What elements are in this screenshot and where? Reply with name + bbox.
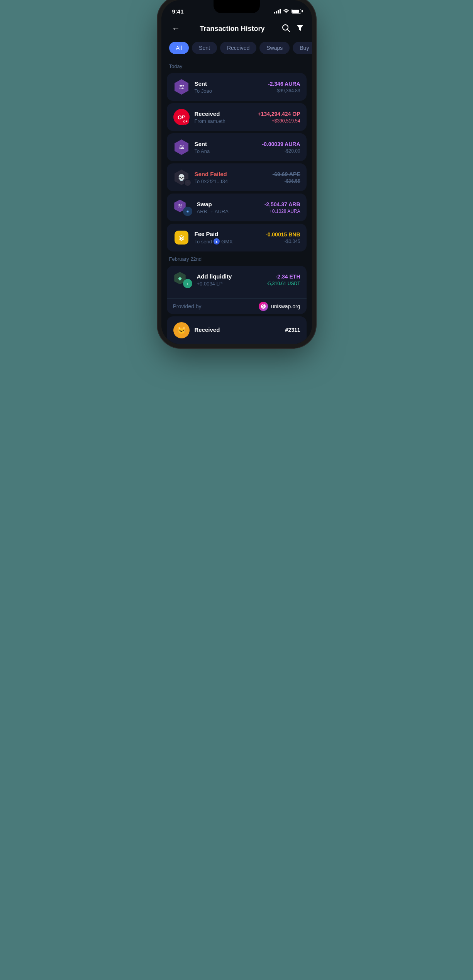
table-row[interactable]: 🐱 Received #2311 (167, 316, 307, 344)
tx-title: Send Failed (195, 171, 268, 177)
tx-primary-amount: -0.00039 AURA (262, 141, 300, 147)
notch (214, 0, 260, 13)
table-row[interactable]: 💀 Ξ Send Failed To 0×2f21...f34 -69.69 A… (167, 163, 307, 191)
tx-icon-ape: 💀 Ξ (173, 169, 190, 186)
fee-subtitle-text: To send (195, 239, 212, 245)
app-content: ← Transaction History All (161, 17, 312, 344)
page-title: Transaction History (200, 25, 264, 33)
tx-icon-nft: 🐱 (173, 322, 190, 339)
battery-icon (292, 9, 301, 14)
table-row[interactable]: ≋ Sent To Joao -2.346 AURA -$99,364.83 (167, 73, 307, 101)
provided-by-section: Provided by uniswap.org (167, 298, 307, 314)
filter-tabs: All Sent Received Swaps Buy Se (161, 42, 312, 62)
tx-subtitle: To Ana (195, 148, 258, 154)
tx-amounts: -0.00015 BNB -$0.045 (266, 231, 300, 244)
time-display: 9:41 (172, 8, 184, 15)
provided-by-source: uniswap.org (259, 302, 300, 311)
tx-info: Sent To Joao (195, 80, 263, 94)
svg-text:OP: OP (183, 120, 188, 123)
svg-text:≋: ≋ (177, 203, 182, 209)
tx-title: Received (195, 326, 281, 333)
gmx-inline-icon: ▲ (214, 238, 220, 245)
tx-amounts: -0.00039 AURA -$20.00 (262, 141, 300, 154)
tab-sent[interactable]: Sent (192, 42, 217, 54)
tx-amounts: -2,504.37 ARB +0.1028 AURA (264, 201, 300, 214)
tx-title: Sent (195, 80, 263, 87)
svg-text:T: T (186, 282, 188, 285)
uniswap-logo-icon (259, 302, 268, 311)
filter-icon[interactable] (296, 24, 304, 34)
svg-line-1 (288, 30, 290, 32)
header: ← Transaction History (161, 17, 312, 42)
tx-info: Fee Paid To send ▲ GMX (195, 231, 261, 245)
tx-icon-aura2: ≋ (173, 139, 190, 156)
tx-subtitle: To 0×2f21...f34 (195, 178, 268, 184)
table-row[interactable]: ≋ Sent To Ana -0.00039 AURA -$20.00 (167, 133, 307, 161)
tx-info: Sent To Ana (195, 141, 258, 154)
tx-subtitle: To send ▲ GMX (195, 238, 261, 245)
table-row[interactable]: ⬡ B Fee Paid To send ▲ GMX -0.00015 BNB … (167, 224, 307, 251)
table-row[interactable]: ◆ T Add liquidity +0.0034 LP -2.34 ETH - (167, 266, 307, 314)
section-today-label: Today (161, 62, 312, 73)
back-arrow-icon: ← (172, 24, 180, 34)
uniswap-source-text: uniswap.org (271, 303, 300, 309)
tx-subtitle: +0.0034 LP (197, 281, 262, 287)
tx-icon-op: OP OP (173, 109, 190, 126)
tx-secondary-amount: -$99,364.83 (268, 88, 300, 93)
tx-subtitle: ARB → AURA (197, 209, 260, 214)
tab-swaps[interactable]: Swaps (259, 42, 290, 54)
tx-primary-amount: -69.69 APE (273, 171, 300, 177)
tx-secondary-amount: +0.1028 AURA (264, 209, 300, 214)
tx-primary-amount: -2,504.37 ARB (264, 201, 300, 207)
tx-amounts: -69.69 APE -$96.55 (273, 171, 300, 184)
tx-info: Swap ARB → AURA (197, 201, 260, 214)
search-icon[interactable] (281, 24, 290, 34)
tab-buy[interactable]: Buy (293, 42, 312, 54)
tx-subtitle: To Joao (195, 88, 263, 94)
svg-point-0 (283, 25, 288, 30)
tx-info: Received (195, 326, 281, 334)
header-actions (281, 24, 304, 34)
tx-secondary-amount: -$96.55 (273, 178, 300, 184)
tx-icon-liquidity: ◆ T (173, 271, 192, 288)
tx-info: Add liquidity +0.0034 LP (197, 273, 262, 287)
tx-title: Received (195, 110, 253, 117)
tx-amounts: -2.34 ETH -5,310.61 USDT (267, 273, 300, 286)
wifi-icon (283, 8, 289, 14)
tx-primary-amount: +134,294.424 OP (258, 111, 300, 117)
phone-frame: 9:41 ← Transaction History (161, 0, 312, 344)
tx-icon-swap: ≋ ◈ (173, 199, 192, 216)
section-feb22-label: February 22nd (161, 255, 312, 266)
table-row[interactable]: ≋ ◈ Swap ARB → AURA -2,504.37 ARB +0.102… (167, 194, 307, 221)
svg-text:≋: ≋ (178, 83, 184, 91)
svg-text:Ξ: Ξ (186, 181, 189, 185)
tx-secondary-amount: -$0.045 (266, 239, 300, 244)
tx-primary-amount: -2.346 AURA (268, 81, 300, 87)
table-row[interactable]: OP OP Received From sam.eth +134,294.424… (167, 103, 307, 131)
back-button[interactable]: ← (169, 22, 183, 36)
tx-subtitle: From sam.eth (195, 118, 253, 124)
tx-primary-amount: -2.34 ETH (267, 273, 300, 280)
tx-title: Add liquidity (197, 273, 262, 280)
tx-icon-aura: ≋ (173, 78, 190, 95)
svg-text:≋: ≋ (178, 143, 184, 151)
tab-received[interactable]: Received (220, 42, 256, 54)
tx-icon-bnb: ⬡ B (173, 229, 190, 246)
tx-info: Received From sam.eth (195, 110, 253, 124)
tx-primary-amount: #2311 (285, 327, 300, 333)
tab-all[interactable]: All (169, 42, 189, 54)
tx-secondary-amount: -5,310.61 USDT (267, 281, 300, 286)
tx-title: Sent (195, 141, 258, 147)
transaction-list-today: ≋ Sent To Joao -2.346 AURA -$99,364.83 (161, 73, 312, 251)
svg-text:🐱: 🐱 (177, 326, 186, 335)
gmx-label: GMX (221, 239, 233, 245)
transaction-list-feb22: ◆ T Add liquidity +0.0034 LP -2.34 ETH - (161, 266, 312, 344)
svg-marker-2 (297, 25, 303, 31)
tx-amounts: -2.346 AURA -$99,364.83 (268, 81, 300, 93)
tx-amounts: +134,294.424 OP +$390,519.54 (258, 111, 300, 124)
provided-by-label: Provided by (173, 303, 202, 309)
tx-title: Fee Paid (195, 231, 261, 237)
tx-amounts: #2311 (285, 327, 300, 334)
status-icons (274, 8, 301, 14)
tx-secondary-amount: -$20.00 (262, 148, 300, 154)
